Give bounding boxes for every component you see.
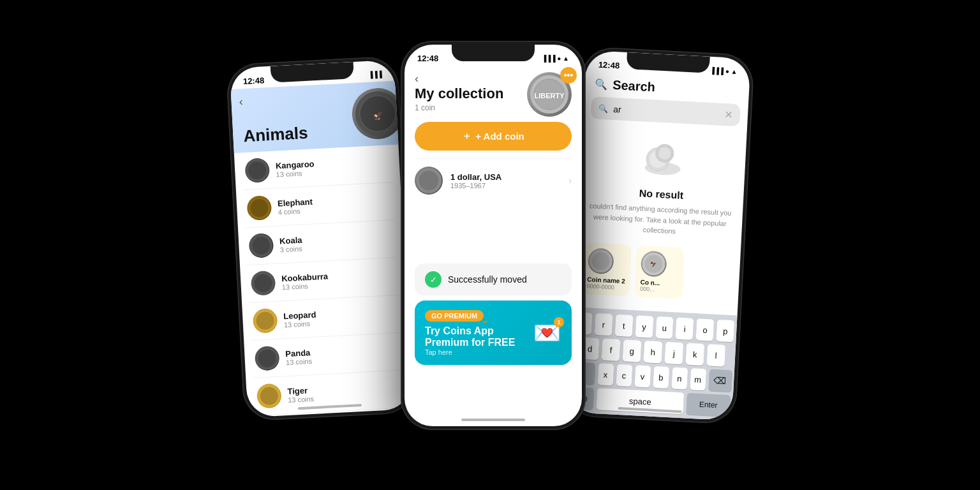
collection-header-left: ‹ My collection 1 coin [415,72,503,112]
key-y[interactable]: y [635,315,653,338]
key-backspace[interactable]: ⌫ [708,369,732,392]
premium-subtitle: Tap here [425,348,533,356]
animal-name: Panda [285,348,312,359]
center-signal-icon: ▐▐▐ ● ▲ [542,55,569,62]
search-input[interactable]: ar [613,103,720,119]
popular-cards-scroll[interactable]: Coin name 2 0000-0000 🦅 Co n... 000 [574,237,741,307]
animal-count: 13 coins [288,394,315,403]
no-result-title: No result [639,188,683,202]
animals-list: Kangaroo 13 coins Elephant 4 coins [234,144,412,416]
animal-avatar [256,383,282,409]
premium-badge: GO PREMIUM [425,310,484,322]
success-toast: ✓ Successfully moved [415,264,572,295]
key-t[interactable]: t [614,315,633,337]
key-p[interactable]: p [716,320,735,342]
animal-info: Kookaburra 13 coins [281,271,329,291]
coin-list-item[interactable]: 1 dollar, USA 1935–1967 › [415,158,572,202]
animal-count: 4 coins [278,206,313,216]
left-time: 12:48 [243,75,265,86]
key-n[interactable]: n [671,367,688,389]
collection-back-button[interactable]: ‹ [415,72,419,85]
key-i[interactable]: i [676,318,694,340]
key-j[interactable]: j [665,342,684,364]
center-notch [452,45,535,61]
search-page: 🔍 Search 🔍 ar ✕ [567,71,750,421]
key-k[interactable]: k [685,343,704,365]
mic-icon[interactable]: 🎤 [642,419,657,420]
animal-avatar [255,346,280,371]
svg-text:LIBERTY: LIBERTY [534,92,565,100]
phone-right: 12:48 ▐▐▐ ● ▲ 🔍 Search 🔍 ar ✕ [563,46,755,424]
add-coin-button[interactable]: ＋ + Add coin [415,122,572,151]
animals-back-button[interactable]: ‹ [239,95,243,108]
phone-center: 12:48 ▐▐▐ ● ▲ ‹ My collection 1 coin LIB… [401,41,586,430]
coin-chevron-icon: › [568,175,572,186]
animal-name: Koala [279,235,302,246]
svg-point-21 [419,170,439,191]
key-r[interactable]: r [595,313,613,336]
animals-header: ‹ 🦅 Animals [231,81,399,153]
collection-header: ‹ My collection 1 coin LIBERTY ••• [405,66,582,122]
animal-info: Elephant 4 coins [278,197,313,216]
animal-info: Kangaroo 13 coins [276,159,315,178]
no-result-area: No result couldn't find anything accordi… [577,126,747,245]
popular-card-1-image [588,248,614,274]
search-input-icon: 🔍 [598,103,609,113]
animal-avatar [244,158,270,183]
animal-name: Kangaroo [276,159,315,170]
animal-count: 3 coins [279,244,302,253]
search-clear-button[interactable]: ✕ [724,108,733,121]
animal-avatar [248,233,274,258]
key-m[interactable]: m [690,368,706,390]
key-v[interactable]: v [634,365,651,387]
premium-notification-badge: 1 [554,317,564,327]
no-result-description: couldn't find anything according the res… [587,200,732,239]
animal-info: Leopard 13 coins [283,309,317,329]
key-g[interactable]: g [623,339,642,362]
coin-name: 1 dollar, USA [450,172,501,182]
collection-menu-button[interactable]: ••• [560,67,577,84]
popular-card-1[interactable]: Coin name 2 0000-0000 [581,242,632,296]
right-time: 12:48 [598,60,620,71]
add-coin-icon: ＋ [462,130,471,142]
center-status-icons: ▐▐▐ ● ▲ [542,55,569,62]
add-coin-label: + Add coin [475,131,524,142]
animal-info: Koala 3 coins [279,235,303,253]
popular-card-2[interactable]: 🦅 Co n... 000... [634,245,685,299]
left-status-icons: ▐▐▐ [368,71,382,78]
animal-item[interactable]: Tiger 13 coins [253,371,405,416]
animal-name: Elephant [278,197,313,208]
phone-left-inner: 12:48 ▐▐▐ ‹ 🦅 Animals [230,60,412,418]
animal-avatar [251,271,276,296]
center-home-indicator [461,419,525,421]
right-signal-icon: ▐▐▐ ● ▲ [710,67,738,75]
center-time: 12:48 [417,54,438,63]
key-c[interactable]: c [616,364,632,387]
collection-subtitle: 1 coin [415,103,503,112]
key-f[interactable]: f [602,339,621,361]
phone-left: 12:48 ▐▐▐ ‹ 🦅 Animals [226,56,417,421]
premium-banner[interactable]: GO PREMIUM Try Coins App Premium for FRE… [415,301,572,365]
premium-icon-area: 💌 1 [533,320,561,346]
animal-info: Panda 13 coins [285,348,312,366]
animal-count: 13 coins [284,319,317,329]
key-o[interactable]: o [696,318,715,341]
coin-avatar [415,167,443,195]
key-enter[interactable]: Enter [686,393,731,417]
key-h[interactable]: h [644,341,663,363]
key-b[interactable]: b [653,366,669,389]
popular-card-2-dates: 000... [640,285,678,293]
animal-info: Tiger 13 coins [287,385,314,403]
animals-title: Animals [243,123,309,146]
no-result-icon [642,142,683,184]
signal-icon: ▐▐▐ [368,71,382,78]
animal-count: 13 coins [286,357,313,366]
animal-count: 13 coins [276,168,315,178]
keyboard: e r t y u i o p d f g h [567,307,737,420]
key-l[interactable]: l [706,344,725,366]
animal-name: Leopard [283,309,316,321]
key-x[interactable]: x [597,363,614,385]
key-u[interactable]: u [655,316,674,339]
search-title-icon: 🔍 [595,78,608,91]
animal-avatar [246,195,272,221]
